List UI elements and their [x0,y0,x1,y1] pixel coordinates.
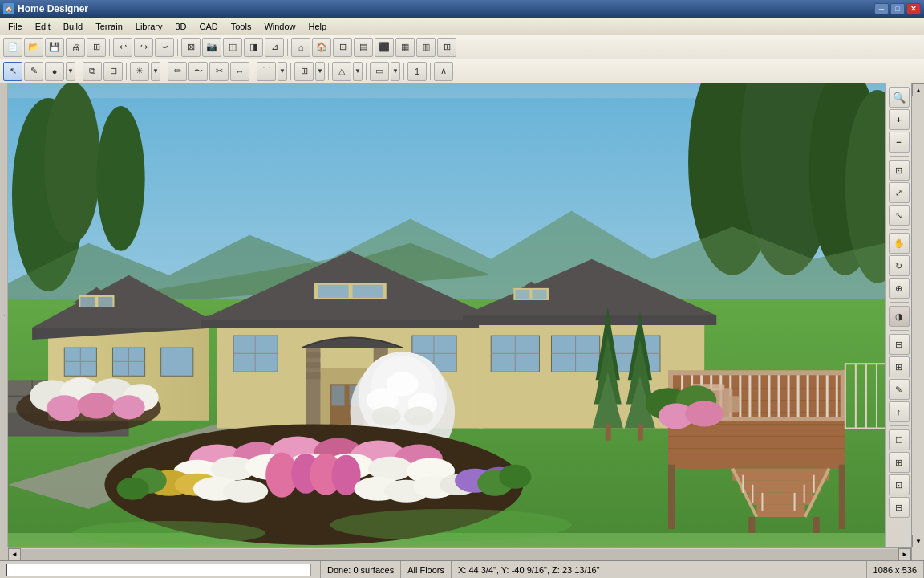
scroll-down-button[interactable]: ▼ [912,535,924,547]
light-button[interactable]: ☀ [130,62,149,81]
rp-tool1-button[interactable]: ⊟ [889,334,910,355]
menu-library[interactable]: Library [129,20,169,33]
canvas-area[interactable] [8,83,886,547]
menu-edit[interactable]: Edit [29,20,57,33]
menu-tools[interactable]: Tools [225,20,258,33]
svg-rect-103 [778,375,780,419]
deck-button[interactable]: ▭ [370,62,389,81]
spline-button[interactable]: 〜 [188,62,208,81]
light-dropdown[interactable]: ▼ [151,62,160,81]
menu-cad[interactable]: CAD [192,20,224,33]
floor-plan-button[interactable]: ⊠ [181,38,201,57]
hscroll-thumb[interactable] [21,549,898,560]
horizontal-scrollbar[interactable]: ◄ ► [8,547,911,560]
house-view8-button[interactable]: ⊞ [437,38,456,57]
zoom-region-button[interactable]: 🔍 [889,87,910,108]
menu-window[interactable]: Window [257,20,302,33]
statusbar: Done: 0 surfaces All Floors X: 44 3/4", … [0,560,924,578]
status-text-input[interactable] [6,564,311,576]
toolbar1-sep3 [287,39,288,56]
maximize-button[interactable]: □ [890,3,905,14]
select-tool-button[interactable]: ↖ [3,62,22,81]
svg-rect-107 [817,375,819,419]
fill-page-button[interactable]: ⤡ [889,205,910,226]
house-view7-button[interactable]: ▥ [416,38,436,57]
stairs-dropdown[interactable]: ▼ [315,62,325,81]
house-view4-button[interactable]: ▤ [354,38,373,57]
toolbar2: ↖ ✎ ● ▼ ⧉ ⊟ ☀ ▼ ✏ 〜 ✂ ↔ ⌒ ▼ ⊞ ▼ △ ▼ ▭ ▼ … [0,59,924,83]
svg-rect-53 [306,348,320,428]
pan-button[interactable]: ✋ [889,233,910,254]
edit-tool-button[interactable]: ✎ [24,62,43,81]
menu-help[interactable]: Help [302,20,334,33]
house-view6-button[interactable]: ▦ [395,38,415,57]
undo-button[interactable]: ↩ [113,38,132,57]
roof-button[interactable]: △ [332,62,351,81]
rp-grid-button[interactable]: ⊞ [889,452,910,473]
rp-checkbox[interactable]: ☐ [889,429,910,450]
orbit-button[interactable]: ↻ [889,255,910,276]
svg-rect-183 [606,424,611,440]
pencil-button[interactable]: ✏ [168,62,187,81]
menu-file[interactable]: File [2,20,29,33]
view-iso-button[interactable]: ⊿ [265,38,284,57]
status-coords: X: 44 3/4", Y: -40 9/16", Z: 23 13/16" [452,561,867,578]
house-view5-button[interactable]: ⬛ [375,38,394,57]
svg-rect-126 [813,517,820,533]
rp-tool3-button[interactable]: ✎ [889,379,910,400]
close-button[interactable]: ✕ [906,3,921,14]
redo2-button[interactable]: ⤻ [155,38,174,57]
zoom-in-button[interactable]: + [889,109,910,130]
svg-rect-109 [836,375,838,419]
fill-window-button[interactable]: ⤢ [889,182,910,203]
roof-dropdown[interactable]: ▼ [353,62,363,81]
rp-snap-button[interactable]: ⊡ [889,474,910,495]
mirror-button[interactable]: ⊟ [103,62,123,81]
menu-terrain[interactable]: Terrain [89,20,129,33]
zoom-out-button[interactable]: − [889,132,910,153]
scroll-left-button[interactable]: ◄ [8,548,21,561]
house-view2-button[interactable]: 🏠 [312,38,331,57]
layout-button[interactable]: ⊞ [87,38,106,57]
up-button[interactable]: ∧ [434,62,453,81]
scissors-button[interactable]: ✂ [209,62,229,81]
coords-label: X: 44 3/4", Y: -40 9/16", Z: 23 13/16" [458,565,600,575]
copy-button[interactable]: ⧉ [83,62,102,81]
menu-build[interactable]: Build [57,20,89,33]
scroll-right-button[interactable]: ► [898,548,911,561]
rp-tool5-button[interactable]: ⊟ [889,497,910,518]
save-button[interactable]: 💾 [45,38,64,57]
dimension-button[interactable]: ↔ [230,62,249,81]
profile-dropdown[interactable]: ▼ [278,62,287,81]
menu-3d[interactable]: 3D [168,20,192,33]
rp-tool2-button[interactable]: ⊞ [889,356,910,377]
right-scrollbar[interactable]: ▲ ▼ [911,83,924,547]
print-button[interactable]: 🖨 [66,38,85,57]
svg-point-193 [72,521,265,545]
left-resize-handle[interactable]: ⋮ [0,83,8,547]
view-front-button[interactable]: ◫ [223,38,242,57]
redo-button[interactable]: ↪ [134,38,153,57]
deck-dropdown[interactable]: ▼ [391,62,400,81]
new-button[interactable]: 📄 [3,38,22,57]
render-button[interactable]: ◑ [889,306,910,327]
house-view1-button[interactable]: ⌂ [291,38,310,57]
rp-tool4-button[interactable]: ↑ [889,401,910,422]
rp-sep3 [890,302,909,303]
svg-point-179 [112,395,144,419]
open-button[interactable]: 📂 [24,38,43,57]
minimize-button[interactable]: ─ [874,3,889,14]
scroll-up-button[interactable]: ▲ [912,83,924,96]
circle-dropdown[interactable]: ▼ [66,62,75,81]
zoom-box-button[interactable]: ⊕ [889,278,910,299]
fit-view-button[interactable]: ⊡ [889,160,910,181]
house-view3-button[interactable]: ⊡ [333,38,352,57]
stairs-button[interactable]: ⊞ [294,62,314,81]
svg-point-137 [387,372,419,396]
view-left-button[interactable]: ◨ [244,38,263,57]
floor-num-button[interactable]: 1 [407,62,427,81]
circle-tool-button[interactable]: ● [45,62,64,81]
profile-button[interactable]: ⌒ [257,62,276,81]
svg-rect-90 [668,370,845,375]
camera-button[interactable]: 📷 [202,38,221,57]
